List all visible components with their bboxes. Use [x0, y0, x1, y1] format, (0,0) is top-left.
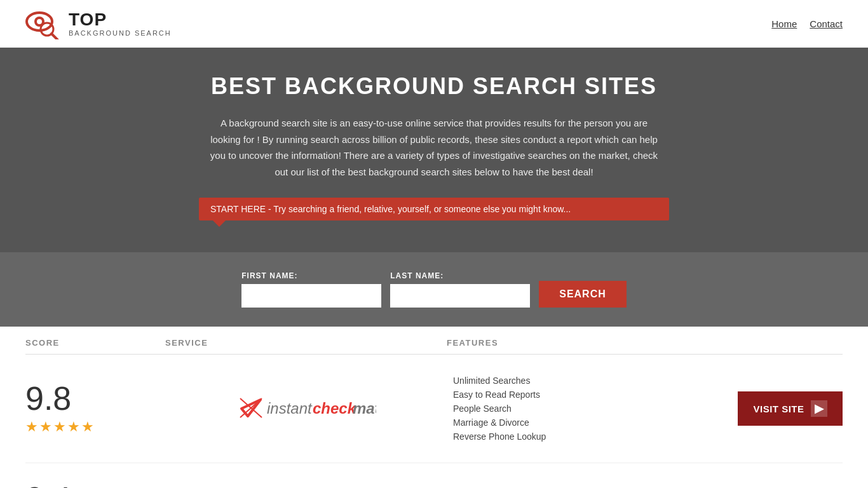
feature-item: People Search [453, 402, 728, 416]
svg-line-4 [51, 34, 58, 39]
feature-item: Easy to Read Reports [453, 388, 728, 402]
star-3: ★ [53, 419, 66, 435]
col-service: SERVICE [165, 338, 447, 348]
visit-site-label-1: VISIT SITE [753, 403, 804, 414]
site-header: TOP BACKGROUND SEARCH Home Contact [0, 0, 868, 48]
nav-contact[interactable]: Contact [810, 18, 843, 29]
col-score: SCORE [25, 338, 165, 348]
main-nav: Home Contact [771, 18, 843, 29]
search-callout: START HERE - Try searching a friend, rel… [199, 198, 669, 220]
logo-text: TOP BACKGROUND SEARCH [69, 10, 172, 37]
table-header: SCORE SERVICE FEATURES [25, 327, 843, 355]
features-col-1: Unlimited Searches Easy to Read Reports … [447, 374, 728, 444]
hero-section: BEST BACKGROUND SEARCH SITES A backgroun… [0, 48, 868, 252]
search-form: FIRST NAME: LAST NAME: SEARCH [13, 271, 855, 308]
col-action [728, 338, 843, 348]
score-col-1: 9.8 ★ ★ ★ ★ ★ [25, 382, 165, 435]
service-col-1: instant check mate [165, 391, 447, 427]
logo: TOP BACKGROUND SEARCH [25, 8, 172, 39]
score-col-2: 9.4 ★ ★ ★ ★ ★ [25, 482, 165, 488]
search-button[interactable]: SEARCH [539, 281, 627, 308]
score-value-1: 9.8 [25, 382, 71, 415]
star-1: ★ [25, 419, 38, 435]
visit-site-button-1[interactable]: VISIT SITE ▶ [738, 391, 843, 426]
score-value-2: 9.4 [25, 482, 71, 488]
nav-home[interactable]: Home [771, 18, 797, 29]
star-5: ★ [81, 419, 94, 435]
feature-item: Marriage & Divorce [453, 416, 728, 430]
svg-text:instant: instant [267, 400, 313, 417]
feature-item: Unlimited Searches [453, 374, 728, 388]
last-name-input[interactable] [390, 284, 530, 308]
svg-text:mate: mate [353, 400, 376, 417]
svg-text:check: check [313, 400, 357, 417]
checkmate-logo: instant check mate [236, 391, 376, 427]
col-features: FEATURES [447, 338, 728, 348]
star-2: ★ [39, 419, 52, 435]
logo-icon [25, 8, 64, 39]
table-row: 9.4 ★ ★ ★ ★ ★ People Looker Accurate and… [25, 463, 843, 488]
table-row: 9.8 ★ ★ ★ ★ ★ instant check mate [25, 355, 843, 463]
stars-1: ★ ★ ★ ★ ★ [25, 419, 94, 435]
logo-subtitle: BACKGROUND SEARCH [69, 29, 172, 37]
first-name-input[interactable] [241, 284, 381, 308]
hero-description: A background search site is an easy-to-u… [205, 115, 663, 180]
last-name-group: LAST NAME: [390, 271, 530, 308]
svg-point-2 [37, 19, 42, 24]
hero-title: BEST BACKGROUND SEARCH SITES [13, 73, 855, 100]
visit-col-1: VISIT SITE ▶ [728, 391, 843, 426]
search-form-section: FIRST NAME: LAST NAME: SEARCH [0, 252, 868, 327]
first-name-label: FIRST NAME: [241, 271, 381, 280]
results-table-section: SCORE SERVICE FEATURES 9.8 ★ ★ ★ ★ ★ [0, 327, 868, 488]
last-name-label: LAST NAME: [390, 271, 530, 280]
star-4: ★ [67, 419, 80, 435]
arrow-icon-1: ▶ [811, 400, 828, 417]
feature-item: Reverse Phone Lookup [453, 430, 728, 444]
logo-brand: TOP [69, 10, 172, 30]
first-name-group: FIRST NAME: [241, 271, 381, 308]
